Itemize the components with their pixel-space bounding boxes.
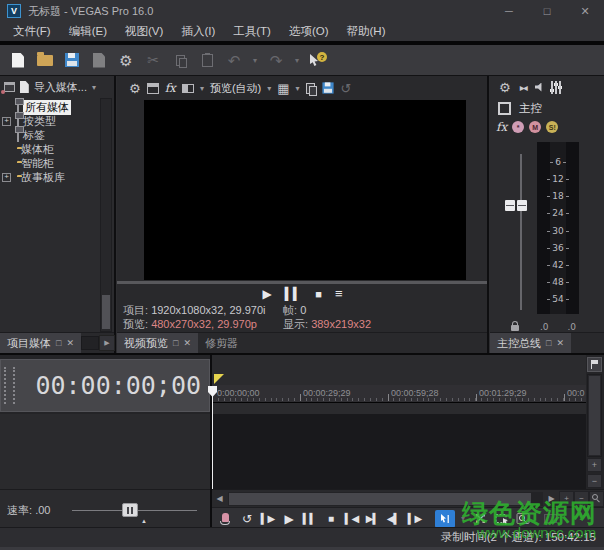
expand-icon[interactable]: + bbox=[2, 117, 11, 126]
chevron-down-icon[interactable]: ▾ bbox=[296, 84, 300, 93]
tab-master-bus[interactable]: 主控总线 □ ✕ bbox=[490, 333, 571, 353]
redo-button[interactable]: ↷ bbox=[264, 48, 288, 72]
new-project-button[interactable] bbox=[6, 48, 30, 72]
project-properties-icon[interactable] bbox=[147, 83, 159, 94]
media-panel-scrollbar[interactable] bbox=[100, 98, 112, 332]
time-ruler[interactable]: 0:00:00;00 00:00:29;29 00:00:59;28 00:01… bbox=[212, 385, 586, 403]
menu-help[interactable]: 帮助(H) bbox=[338, 22, 395, 41]
track-header-area[interactable] bbox=[0, 414, 210, 489]
envelope-tool-button[interactable] bbox=[471, 510, 490, 528]
restore-icon[interactable]: □ bbox=[546, 338, 551, 348]
scrollbar-thumb[interactable] bbox=[229, 493, 531, 505]
help-button[interactable]: ? bbox=[306, 48, 330, 72]
selection-tool-button[interactable] bbox=[492, 510, 511, 528]
play-button[interactable]: ▶ bbox=[263, 286, 271, 302]
video-display[interactable] bbox=[144, 100, 466, 280]
maximize-button[interactable]: □ bbox=[528, 0, 566, 22]
chevron-down-icon[interactable]: ▾ bbox=[267, 84, 271, 93]
copy-button[interactable] bbox=[168, 48, 192, 72]
scroll-right-button[interactable]: ▶ bbox=[99, 335, 115, 351]
expand-icon[interactable]: + bbox=[2, 173, 11, 182]
lock-icon[interactable] bbox=[511, 325, 519, 331]
undo-dropdown[interactable]: ▾ bbox=[249, 48, 261, 72]
undo-button[interactable]: ↶ bbox=[222, 48, 246, 72]
grid-overlay-icon[interactable]: ▦ bbox=[277, 82, 289, 95]
drag-grip-icon[interactable] bbox=[4, 367, 15, 404]
go-to-end-button[interactable]: ▶▍ bbox=[363, 510, 382, 528]
tree-item-storyboards[interactable]: + 故事板库 bbox=[0, 170, 114, 184]
ruler-zone[interactable]: 0:00:00;00 00:00:29;29 00:00:59;28 00:01… bbox=[212, 355, 586, 414]
fader-handle[interactable] bbox=[505, 200, 527, 211]
menu-edit[interactable]: 编辑(E) bbox=[60, 22, 116, 41]
scroll-left-button[interactable]: ◀ bbox=[212, 491, 227, 507]
zoom-edit-tool-button[interactable] bbox=[513, 510, 532, 528]
cut-button[interactable]: ✂ bbox=[141, 48, 165, 72]
close-icon[interactable]: ✕ bbox=[556, 338, 564, 348]
menu-insert[interactable]: 插入(I) bbox=[172, 22, 224, 41]
track-zoom-out-button[interactable]: − bbox=[587, 474, 602, 488]
play-button[interactable]: ▶ bbox=[279, 510, 298, 528]
rate-slider-handle[interactable] bbox=[122, 503, 138, 517]
menu-tools[interactable]: 工具(T) bbox=[224, 22, 280, 41]
tab-trimmer[interactable]: 修剪器 bbox=[198, 333, 245, 353]
zoom-tool-button[interactable] bbox=[589, 491, 604, 507]
scrollbar-thumb[interactable] bbox=[102, 295, 110, 329]
redo-dropdown[interactable]: ▾ bbox=[291, 48, 303, 72]
automation-icon[interactable]: * bbox=[512, 121, 524, 133]
close-button[interactable]: ✕ bbox=[566, 0, 604, 22]
import-media-icon[interactable] bbox=[20, 81, 29, 93]
dock-window-icon[interactable] bbox=[4, 82, 15, 92]
mixer-faders-icon[interactable] bbox=[550, 81, 562, 94]
tab-video-preview[interactable]: 视频预览 □ ✕ bbox=[117, 333, 198, 353]
bus-fx-icon[interactable]: fx bbox=[496, 120, 507, 134]
close-icon[interactable]: ✕ bbox=[66, 338, 74, 348]
preview-quality-select[interactable]: 预览(自动) bbox=[210, 81, 261, 96]
stop-button[interactable]: ■ bbox=[321, 510, 340, 528]
save-button[interactable] bbox=[60, 48, 84, 72]
timecode-display[interactable]: 00:00:00;00 bbox=[0, 359, 210, 412]
paste-button[interactable] bbox=[195, 48, 219, 72]
bus-square-icon[interactable] bbox=[498, 102, 511, 115]
mini-scroll-track[interactable] bbox=[81, 336, 99, 350]
video-fx-icon[interactable]: fx bbox=[165, 81, 176, 95]
stop-button[interactable]: ■ bbox=[315, 286, 321, 302]
timeline-vscrollbar[interactable] bbox=[587, 374, 602, 457]
solo-icon[interactable]: S! bbox=[546, 121, 558, 133]
gear-icon[interactable]: ⚙ bbox=[499, 81, 511, 94]
preview-menu-button[interactable]: ≡ bbox=[335, 286, 342, 302]
playhead[interactable] bbox=[212, 386, 213, 489]
split-screen-icon[interactable] bbox=[182, 84, 194, 93]
scroll-right-button[interactable]: ▶ bbox=[544, 491, 559, 507]
tree-item-media-bins[interactable]: 媒体柜 bbox=[0, 142, 114, 156]
track-area[interactable] bbox=[212, 414, 586, 489]
insert-audio-icon[interactable]: ▾ bbox=[535, 83, 542, 92]
next-frame-button[interactable]: ▍▶ bbox=[405, 510, 424, 528]
play-from-start-button[interactable]: ▍▶ bbox=[258, 510, 277, 528]
loop-region-marker-icon[interactable] bbox=[214, 374, 224, 384]
insert-marker-button[interactable] bbox=[587, 357, 602, 372]
menu-file[interactable]: 文件(F) bbox=[4, 22, 60, 41]
chevron-down-icon[interactable]: ▾ bbox=[200, 84, 204, 93]
previous-frame-button[interactable]: ◀▍ bbox=[384, 510, 403, 528]
open-button[interactable] bbox=[33, 48, 57, 72]
gear-icon[interactable]: ⚙ bbox=[129, 82, 141, 95]
menu-view[interactable]: 视图(V) bbox=[116, 22, 172, 41]
restore-icon[interactable]: □ bbox=[173, 338, 178, 348]
scrollbar-thumb[interactable] bbox=[589, 376, 600, 455]
zoom-in-button[interactable]: + bbox=[559, 491, 574, 507]
menu-options[interactable]: 选项(O) bbox=[280, 22, 338, 41]
render-as-button[interactable] bbox=[87, 48, 111, 72]
normal-edit-tool-button[interactable] bbox=[435, 510, 455, 528]
track-zoom-in-button[interactable]: + bbox=[587, 458, 602, 472]
pause-button[interactable]: ▍▍ bbox=[285, 286, 301, 302]
loop-playback-button[interactable]: ↺ bbox=[237, 510, 256, 528]
fader-track[interactable] bbox=[520, 154, 522, 310]
chevron-down-icon[interactable]: ▾ bbox=[92, 83, 96, 92]
minimize-button[interactable]: ─ bbox=[490, 0, 528, 22]
record-button[interactable] bbox=[216, 510, 235, 528]
restore-icon[interactable]: □ bbox=[56, 338, 61, 348]
zoom-out-button[interactable]: − bbox=[574, 491, 589, 507]
tree-item-tags[interactable]: 标签 bbox=[0, 128, 114, 142]
close-icon[interactable]: ✕ bbox=[183, 338, 191, 348]
copy-snapshot-icon[interactable] bbox=[306, 83, 315, 94]
